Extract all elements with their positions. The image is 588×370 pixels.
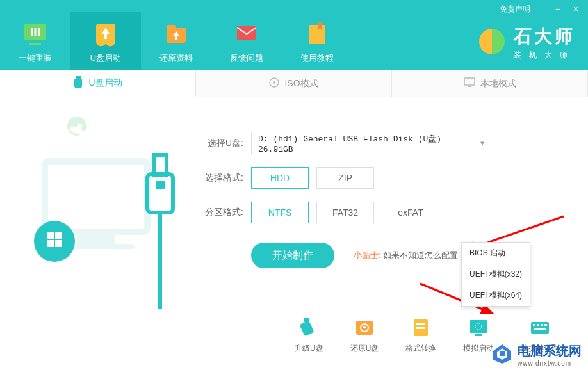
svg-rect-6	[167, 25, 176, 29]
nav-tab-label: 一键重装	[19, 52, 52, 64]
format-option-hdd[interactable]: HDD	[251, 167, 309, 189]
svg-rect-10	[76, 76, 81, 79]
svg-rect-40	[531, 322, 549, 334]
svg-rect-50	[500, 351, 505, 356]
svg-rect-23	[55, 232, 62, 239]
svg-rect-19	[77, 235, 115, 244]
svg-rect-15	[468, 86, 471, 87]
brand-sub: 装机大师	[514, 50, 575, 61]
tool-label: 格式转换	[405, 343, 436, 354]
format-convert-icon	[409, 316, 432, 339]
brand: 石大师 装机大师	[477, 24, 575, 61]
svg-rect-24	[47, 240, 54, 247]
svg-rect-9	[318, 22, 322, 29]
hotkey-query-icon	[528, 316, 551, 339]
svg-rect-44	[544, 324, 547, 326]
fs-option-ntfs[interactable]: NTFS	[251, 202, 309, 223]
svg-rect-14	[464, 78, 475, 85]
fs-option-fat32[interactable]: FAT32	[316, 202, 374, 223]
simulate-boot-icon	[467, 316, 490, 339]
minimize-button[interactable]: −	[552, 4, 564, 14]
svg-rect-2	[35, 28, 37, 36]
nav-tab-label: 还原资料	[159, 52, 193, 64]
mode-tab-usb[interactable]: U盘启动	[0, 70, 196, 97]
svg-rect-37	[470, 320, 487, 333]
usb-boot-icon	[90, 18, 121, 49]
svg-rect-1	[31, 28, 33, 36]
upgrade-usb-icon	[297, 316, 320, 339]
format-label: 选择格式:	[199, 172, 243, 184]
disk-label: 选择U盘:	[199, 138, 243, 149]
close-button[interactable]: ×	[570, 4, 582, 14]
svg-rect-41	[533, 324, 535, 326]
svg-rect-45	[534, 328, 546, 330]
svg-rect-28	[156, 181, 165, 189]
monitor-icon	[464, 77, 475, 90]
watermark-title: 电脑系统网	[518, 342, 582, 360]
watermark-logo-icon	[491, 342, 514, 367]
chevron-down-icon: ▼	[480, 140, 484, 147]
svg-rect-18	[45, 161, 147, 232]
nav-tab-restore[interactable]: 还原资料	[141, 12, 211, 70]
hint-label: 小贴士:	[354, 250, 381, 260]
svg-rect-11	[74, 79, 82, 88]
nav-tab-usb-boot[interactable]: U盘启动	[70, 12, 141, 70]
usb-small-icon	[73, 76, 83, 90]
tool-simulate-boot[interactable]: 模拟启动	[463, 316, 494, 354]
nav-tab-feedback[interactable]: 反馈问题	[211, 12, 282, 70]
tool-label: 升级U盘	[295, 343, 323, 354]
svg-rect-26	[147, 174, 173, 213]
iso-icon	[269, 77, 279, 90]
nav-tab-label: U盘启动	[90, 52, 121, 64]
tool-restore-usb[interactable]: 还原U盘	[350, 316, 379, 354]
boot-context-menu: BIOS 启动 UEFI 模拟(x32) UEFI 模拟(x64)	[461, 242, 530, 307]
svg-rect-25	[55, 240, 62, 247]
svg-rect-31	[300, 321, 314, 337]
fs-label: 分区格式:	[199, 207, 243, 218]
fs-option-exfat[interactable]: exFAT	[382, 202, 439, 223]
menu-item-uefi-x32[interactable]: UEFI 模拟(x32)	[462, 264, 530, 285]
svg-rect-4	[29, 43, 41, 45]
nav-tab-label: 使用教程	[300, 52, 334, 64]
svg-point-21	[34, 221, 75, 262]
svg-rect-35	[416, 323, 425, 325]
nav-tab-label: 反馈问题	[230, 52, 263, 64]
brand-title: 石大师	[514, 24, 575, 49]
mode-tab-label: ISO模式	[284, 78, 318, 90]
disk-select[interactable]: D: (hd1) General USB Flash Disk (U盘) 26.…	[251, 133, 491, 154]
restore-icon	[161, 18, 192, 49]
tool-format-convert[interactable]: 格式转换	[405, 316, 436, 354]
svg-rect-43	[541, 324, 543, 326]
mode-tab-iso[interactable]: ISO模式	[196, 70, 392, 97]
menu-item-bios[interactable]: BIOS 启动	[462, 243, 530, 264]
usb-illustration	[13, 117, 179, 296]
nav-tab-tutorial[interactable]: 使用教程	[282, 12, 352, 70]
tool-label: 模拟启动	[463, 343, 494, 354]
mode-tab-local[interactable]: 本地模式	[392, 70, 588, 97]
disclaimer-link[interactable]: 免责声明	[500, 4, 530, 15]
brand-logo-icon	[477, 26, 507, 60]
svg-rect-3	[38, 28, 40, 36]
disk-select-value: D: (hd1) General USB Flash Disk (U盘) 26.…	[258, 133, 480, 154]
format-option-zip[interactable]: ZIP	[316, 167, 374, 189]
svg-rect-42	[537, 324, 539, 326]
watermark-sub: www.dnxtw.com	[518, 360, 582, 367]
reinstall-icon	[20, 18, 51, 49]
menu-item-uefi-x64[interactable]: UEFI 模拟(x64)	[462, 285, 530, 306]
watermark: 电脑系统网 www.dnxtw.com	[491, 342, 582, 367]
svg-rect-38	[475, 334, 482, 336]
mode-tab-label: 本地模式	[480, 78, 516, 90]
svg-rect-8	[309, 25, 325, 44]
nav-tab-reinstall[interactable]: 一键重装	[0, 12, 70, 70]
tool-label: 还原U盘	[350, 343, 379, 354]
svg-point-13	[273, 81, 275, 84]
restore-usb-icon	[353, 316, 376, 339]
svg-rect-22	[47, 232, 54, 239]
svg-rect-36	[416, 327, 425, 329]
start-button[interactable]: 开始制作	[251, 243, 334, 268]
feedback-icon	[231, 18, 262, 49]
tool-upgrade-usb[interactable]: 升级U盘	[295, 316, 323, 354]
tutorial-icon	[302, 18, 332, 49]
mode-tab-label: U盘启动	[88, 77, 122, 89]
